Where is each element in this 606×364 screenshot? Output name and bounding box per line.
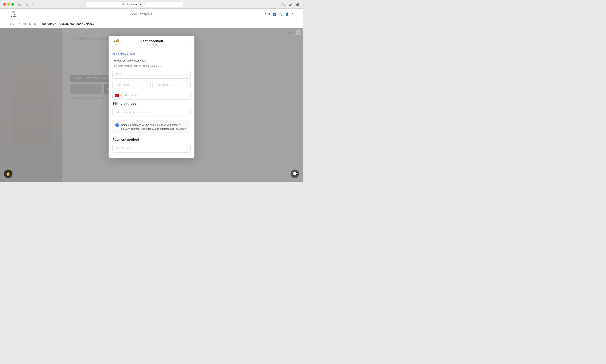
currency-label: EUR [265, 13, 270, 16]
phone-row: 🇹🇷 ▾ [112, 91, 190, 100]
chat-widget-button[interactable]: 💬 [291, 169, 299, 178]
svg-rect-5 [296, 3, 297, 4]
chevron-down-icon: ▾ [120, 94, 121, 97]
cart-icon-badge: 1 [112, 39, 119, 46]
phone-country-selector[interactable]: 🇹🇷 ▾ [113, 91, 123, 100]
site-logo: 🌿 PINI PARMA [8, 11, 20, 18]
modal-title-group: Fast checkout Pini Parma [119, 39, 185, 46]
shipping-notice: i Shipping methods will be available onc… [112, 120, 190, 133]
address-input[interactable] [112, 108, 190, 117]
website-body: NEXT "SORAGNA CAPSULE COLLECTION" - ORDE… [0, 28, 303, 182]
website-background: 🌿 PINI PARMA COLLECTIONS EUR 3 🔍 👤 🛍 [0, 9, 303, 182]
modal-title: Fast checkout [119, 39, 185, 43]
traffic-light-green[interactable] [11, 3, 14, 6]
browser-window: 🔒 piniparma.com ↻ 🌿 [0, 0, 303, 182]
modal-header: 1 Fast checkout Pini Parma × [108, 36, 194, 49]
email-input[interactable] [112, 70, 190, 78]
nav-buttons [24, 1, 36, 7]
forward-button[interactable] [30, 1, 36, 7]
payment-title: Payment method [112, 138, 190, 142]
shipping-notice-text: Shipping methods will be available once … [121, 123, 188, 131]
new-tab-button[interactable] [287, 1, 293, 7]
browser-toolbar: 🔒 piniparma.com ↻ [0, 0, 303, 9]
info-icon: i [115, 123, 119, 127]
browser-content: 🌿 PINI PARMA COLLECTIONS EUR 3 🔍 👤 🛍 [0, 9, 303, 182]
help-widget-button[interactable]: 🔔 [4, 169, 13, 178]
card-number-input[interactable] [112, 144, 190, 153]
currency-badge: 3 [272, 13, 276, 16]
discount-code-link[interactable]: Add a discount code [112, 52, 190, 55]
first-name-input[interactable] [112, 80, 150, 89]
flag-emoji: 🇹🇷 [115, 93, 119, 98]
account-button[interactable]: 👤 [285, 12, 289, 17]
reload-button[interactable]: ↻ [144, 3, 147, 6]
site-nav-right: EUR 3 🔍 👤 🛍 [265, 12, 295, 17]
breadcrumb-sep1: / [19, 23, 20, 25]
nav-collections[interactable]: COLLECTIONS [132, 13, 152, 16]
modal-body: Add a discount code Personal Information… [108, 49, 194, 158]
lock-icon: 🔒 [122, 3, 124, 5]
last-name-input[interactable] [152, 80, 190, 89]
modal-subtitle: Pini Parma [119, 43, 185, 46]
svg-rect-1 [19, 3, 21, 3]
billing-title: Billing address [112, 102, 190, 105]
breadcrumb-sep2: / [39, 23, 39, 25]
modal-header-left: 1 [112, 39, 119, 46]
back-button[interactable] [24, 1, 30, 7]
sidebar-toggle-button[interactable] [16, 2, 22, 6]
cart-badge: 1 [116, 39, 119, 42]
url-text: piniparma.com [126, 3, 142, 6]
svg-rect-6 [297, 3, 298, 4]
tab-grid-button[interactable] [295, 1, 300, 7]
billing-section: Billing address i Shipping methods will … [112, 102, 190, 133]
payment-section: Payment method [112, 138, 190, 155]
site-header: 🌿 PINI PARMA COLLECTIONS EUR 3 🔍 👤 🛍 [0, 9, 303, 20]
modal-close-button[interactable]: × [185, 40, 190, 45]
breadcrumb: HOME / TROUSERS / BURGUNDY TROUSERS "SOR… [0, 20, 303, 28]
personal-info-subtitle: Use your email to login or register with… [112, 64, 190, 67]
breadcrumb-current: BURGUNDY TROUSERS "SORAGNA CAPSU... [42, 23, 94, 25]
breadcrumb-trousers[interactable]: TROUSERS [23, 23, 36, 25]
personal-info-title: Personal Information [112, 59, 190, 63]
checkout-modal: 1 Fast checkout Pini Parma × [108, 36, 194, 158]
traffic-light-red[interactable] [3, 3, 6, 6]
svg-rect-0 [18, 3, 19, 6]
modal-container: 1 Fast checkout Pini Parma × [0, 28, 303, 182]
site-nav: COLLECTIONS [132, 13, 152, 16]
cart-button[interactable]: 🛍 [292, 12, 295, 16]
phone-input[interactable] [123, 91, 190, 100]
logo-image: 🌿 PINI PARMA [8, 11, 20, 18]
name-row [112, 80, 190, 89]
svg-rect-8 [297, 4, 298, 6]
share-button[interactable] [280, 1, 286, 7]
traffic-light-yellow[interactable] [7, 3, 10, 6]
address-bar[interactable]: 🔒 piniparma.com ↻ [85, 1, 183, 7]
breadcrumb-home[interactable]: HOME [9, 23, 16, 25]
logo-text: 🌿 PINI PARMA [10, 11, 18, 18]
traffic-lights [3, 3, 14, 6]
svg-rect-2 [19, 4, 21, 4]
toolbar-right [280, 1, 300, 7]
svg-rect-7 [296, 4, 297, 6]
search-button[interactable]: 🔍 [278, 12, 283, 17]
svg-rect-3 [19, 5, 21, 6]
